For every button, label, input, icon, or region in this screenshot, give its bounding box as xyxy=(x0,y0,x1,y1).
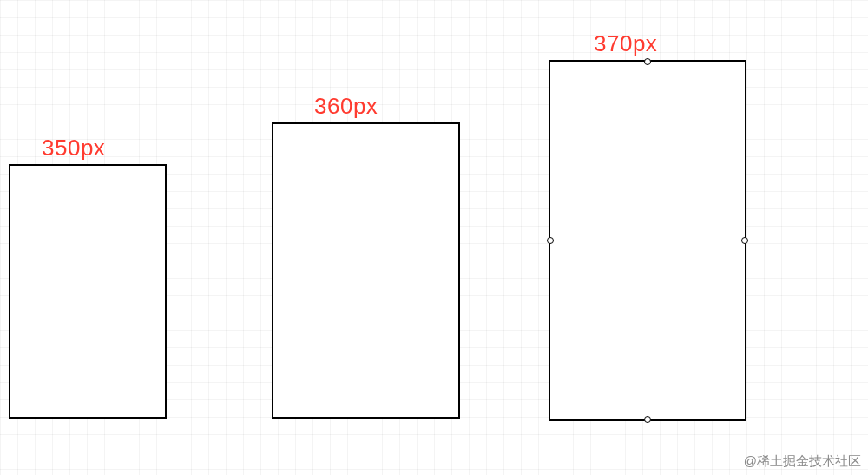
box1[interactable] xyxy=(9,164,167,419)
box3-label: 370px xyxy=(594,30,657,57)
grid-canvas[interactable]: 350px 360px 370px @稀土掘金技术社区 xyxy=(0,0,868,475)
resize-handle-top[interactable] xyxy=(644,58,651,65)
resize-handle-right[interactable] xyxy=(741,237,748,244)
resize-handle-bottom[interactable] xyxy=(644,416,651,423)
watermark: @稀土掘金技术社区 xyxy=(744,453,861,470)
box2-label: 360px xyxy=(314,93,378,120)
box1-label: 350px xyxy=(42,135,105,162)
resize-handle-left[interactable] xyxy=(547,237,554,244)
box2[interactable] xyxy=(272,122,460,419)
box3-selected[interactable] xyxy=(549,60,746,421)
